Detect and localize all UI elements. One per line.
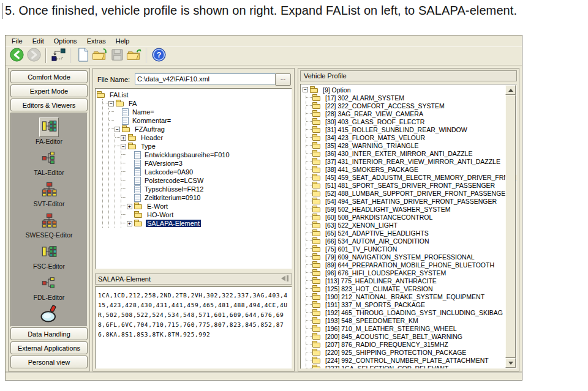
sidebar-button-data-handling[interactable]: Data Handling (10, 327, 88, 340)
node-lackcode-0a90[interactable]: Lackcode=0A90 (121, 168, 290, 176)
vehicle-option-row[interactable]: [65] 524_ADAPTIVE_HEADLIGHTS (306, 229, 504, 237)
sidebar-tool-svt-editor[interactable]: SVT-Editor (11, 181, 87, 207)
sidebar-tool-tal-editor[interactable]: TAL-Editor (11, 150, 87, 176)
vehicle-option-row[interactable]: [89] 644_PREPARATION_MOBILE_PHONE_BLUETO… (306, 261, 504, 269)
salapa-content[interactable]: 1CA,1CD,212,258,2ND,2TB,2VH,302,322,337,… (95, 286, 292, 369)
fa-tree[interactable]: FAList−FAName=Kommentar=−FZAuftrag+Heade… (95, 88, 292, 269)
vehicle-option-row[interactable]: [192] 465_THROUG_LOADING_SYST_INCLUDING_… (306, 308, 504, 316)
sidebar-tool-fdl-editor[interactable]: FDL-Editor (11, 275, 87, 301)
sidebar-tool-caf-viewer[interactable]: CAF-Viewer (11, 306, 87, 327)
vehicle-option-row[interactable]: [193] 548_SPEEDOMETER_KM (306, 316, 504, 324)
vehicle-option-row[interactable]: [200] 845_ACOUSTIC_SEAT_BELT_WARNING (306, 332, 504, 340)
vehicle-option-row[interactable]: [220] 925_SHIPPING_PROTECTION_PACKAGE (306, 348, 504, 356)
scroll-up-button[interactable] (505, 85, 516, 95)
vehicle-option-row[interactable]: [59] 502_HEADLIGHT_WASHER_SYSTEM (306, 205, 504, 213)
new-file-button[interactable] (74, 48, 91, 64)
vehicle-option-row[interactable]: [79] 609_NAVIGATION_SYSTEM_PROFESSIONAL (306, 253, 504, 261)
vehicle-option-row[interactable]: [66] 534_AUTOM_AIR_CONDITION (306, 237, 504, 245)
vertical-scrollbar[interactable] (505, 85, 516, 368)
vehicle-option-row[interactable]: [28] 3AG_REAR_VIEW_CAMERA (306, 110, 504, 117)
vehicle-option-row[interactable]: [191] 337_M_SPORTS_PACKAGE (306, 300, 504, 308)
vehicle-option-row[interactable]: [35] 428_WARNING_TRIANGLE (306, 141, 504, 149)
node-fzauftrag[interactable]: −FZAuftrag (109, 125, 290, 133)
vehicle-option-row[interactable]: [52] 488_LUMBAR_SUPPORT_DRIVER_FRONT_PAS… (306, 189, 504, 197)
menu-options[interactable]: Options (49, 36, 82, 46)
back-button[interactable] (8, 48, 25, 64)
vehicle-option-row[interactable]: [51] 481_SPORT_SEATS_DRIVER_FRONT_PASSEN… (306, 181, 504, 189)
sidebar-button-expert-mode[interactable]: Expert Mode (10, 84, 88, 97)
node-zeitkriterium-0910[interactable]: Zeitkriterium=0910 (121, 193, 290, 202)
vehicle-option-row[interactable]: [17] 302_ALARM_SYSTEM (306, 94, 504, 102)
vehicle-option-row[interactable]: [75] 601_TV_FUNCTION (306, 245, 504, 253)
vehicle-profile-tree[interactable]: −[9] Option[17] 302_ALARM_SYSTEM[22] 322… (300, 84, 517, 369)
scrollbar-thumb[interactable] (505, 95, 516, 358)
vehicle-option-row[interactable]: [196] 710_M_LEATHER_STEERING_WHEEL (306, 324, 504, 332)
vehicle-option-row[interactable]: [125] 823_HOT_CLIMATE_VERSION (306, 285, 504, 292)
vehicle-option-row[interactable]: [190] 212_NATIONAL_BRAKE_SYSTEM_EQUIPMEN… (306, 292, 504, 300)
vehicle-option-row[interactable]: [30] 403_GLASS_ROOF_ELECTR (306, 117, 504, 125)
vehicle-option-row[interactable]: [63] 522_XENON_LIGHT (306, 221, 504, 229)
vehicle-option-row[interactable]: [227] 1CA_SELECTION_COP_RELEVANT (306, 364, 504, 369)
folder-icon (312, 261, 322, 269)
vehicle-option-row[interactable]: [45] 459_SEAT_ADJUSTM_ELECTR_MEMORY_DRIV… (306, 173, 504, 181)
node-name[interactable]: Name= (109, 108, 290, 116)
sidebar-tool-fsc-editor[interactable]: FSC-Editor (11, 244, 87, 270)
vehicle-option-row[interactable]: [37] 431_INTERIOR_REAR_VIEW_MIRROR_ANTI_… (306, 157, 504, 165)
node-polstercode-lcsw[interactable]: Polstercode=LCSW (121, 176, 290, 185)
workflow-button[interactable] (50, 48, 67, 64)
sweseq-editor-icon (41, 212, 57, 231)
expander-icon[interactable]: + (127, 204, 132, 209)
folder-icon (312, 166, 322, 173)
sidebar-tool-fa-editor[interactable]: FA-Editor (11, 117, 87, 145)
vehicle-option-row[interactable]: [38] 441_SMOKERS_PACKAGE (306, 165, 504, 173)
vehicle-option-row[interactable]: [22] 322_COMFORT_ACCESS_SYSTEM (306, 102, 504, 110)
node-type[interactable]: −Type (115, 142, 290, 151)
menu-edit[interactable]: Edit (28, 36, 49, 46)
node-header[interactable]: +Header (115, 133, 290, 142)
folder-icon (312, 229, 322, 237)
sidebar-button-external-applications[interactable]: External Applications (10, 341, 88, 354)
menu-file[interactable]: File (7, 36, 28, 46)
node-faversion-3[interactable]: FAVersion=3 (121, 159, 290, 168)
vehicle-option-row[interactable]: [207] 876_RADIO_FREQUENCY_315MHZ (306, 340, 504, 348)
tree-node-label: [190] 212_NATIONAL_BRAKE_SYSTEM_EQUIPMEN… (324, 293, 486, 300)
vehicle-option-row[interactable]: [96] 676_HIFI_LOUDSPEAKER_SYSTEM (306, 269, 504, 277)
import-folder-button[interactable] (126, 48, 143, 64)
node-entwicklungsbaureihe-f010[interactable]: Entwicklungsbaureihe=F010 (121, 151, 290, 159)
vehicle-profile-root[interactable]: −[9] Option (303, 86, 504, 94)
vehicle-option-row[interactable]: [34] 423_FLOOR_MATS_VELOUR (306, 133, 504, 141)
node-typschl-ssel-fr12[interactable]: Typschlüssel=FR12 (121, 185, 290, 193)
vehicle-option-row[interactable]: [224] 992_CONTROL_NUMBER_PLATE_ATTACHMEN… (306, 356, 504, 364)
node-kommentar[interactable]: Kommentar= (109, 116, 290, 125)
expander-icon[interactable]: − (303, 87, 308, 92)
browse-button[interactable]: ... (275, 73, 291, 86)
file-name-input[interactable] (135, 73, 276, 84)
expander-icon[interactable]: + (121, 135, 126, 141)
sidebar-tool-sweseq-editor[interactable]: SWESEQ-Editor (11, 212, 87, 239)
node-ho-wort[interactable]: HO-Wort (121, 210, 290, 219)
sidebar-button-editors-viewers[interactable]: Editors & Viewers (10, 99, 88, 111)
vehicle-option-row[interactable]: [54] 494_SEAT_HEATING_DRIVER_FRONT_PASSE… (306, 197, 504, 205)
expander-icon[interactable]: − (121, 144, 126, 149)
sidebar-button-comfort-mode[interactable]: Comfort Mode (10, 70, 88, 83)
vehicle-option-row[interactable]: [60] 508_PARKDISTANCECONTROL (306, 213, 504, 221)
scroll-down-button[interactable] (505, 358, 516, 368)
tree-node-label: Typschlüssel=FR12 (143, 185, 205, 193)
expander-icon[interactable]: − (108, 101, 114, 106)
vehicle-option-row[interactable]: [31] 415_ROLLER_SUNBLIND_REAR_WINDOW (306, 125, 504, 133)
forward-button (25, 48, 42, 64)
node-e-wort[interactable]: +E-Wort (121, 202, 290, 210)
sidebar-button-personal-view[interactable]: Personal view (10, 356, 88, 368)
collapse-left-icon[interactable] (281, 275, 289, 283)
node-salapa-element[interactable]: +SALAPA-Element (121, 219, 290, 228)
menu-help[interactable]: Help (111, 36, 135, 46)
node-fa[interactable]: −FA (103, 99, 290, 108)
vehicle-option-row[interactable]: [113] 775_HEADLINER_ANTHRACITE (306, 277, 504, 285)
menu-extras[interactable]: Extras (82, 36, 111, 46)
vehicle-option-row[interactable]: [36] 430_INTER_EXTER_MIRROR_ANTI_DAZZLE (306, 149, 504, 157)
expander-icon[interactable]: − (115, 127, 120, 132)
node-falist[interactable]: FAList (97, 91, 290, 99)
open-folder-button[interactable] (91, 48, 108, 64)
expander-icon[interactable]: + (127, 221, 132, 226)
help-button[interactable]: ? (150, 48, 167, 64)
